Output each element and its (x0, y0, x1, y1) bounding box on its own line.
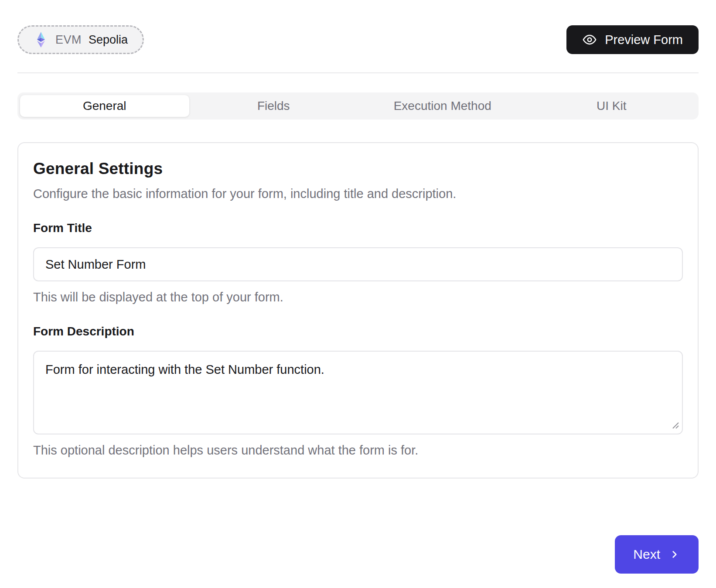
network-badge[interactable]: EVM Sepolia (17, 25, 144, 54)
form-title-input[interactable] (33, 247, 683, 281)
form-title-label: Form Title (33, 221, 683, 235)
divider (17, 72, 699, 73)
section-title: General Settings (33, 160, 683, 178)
preview-form-label: Preview Form (605, 33, 683, 47)
tab-fields[interactable]: Fields (189, 95, 358, 117)
top-bar: EVM Sepolia Preview Form (17, 25, 699, 54)
tab-general[interactable]: General (20, 95, 189, 117)
resize-handle-icon[interactable] (672, 421, 679, 429)
general-settings-card: General Settings Configure the basic inf… (17, 142, 699, 479)
form-description-helper: This optional description helps users un… (33, 443, 683, 458)
next-button-label: Next (633, 547, 660, 562)
form-description-textarea[interactable]: Form for interacting with the Set Number… (33, 351, 683, 434)
chevron-right-icon (669, 549, 680, 560)
next-button[interactable]: Next (615, 535, 699, 574)
footer: Next (17, 535, 699, 574)
form-builder-page: EVM Sepolia Preview Form General Fields … (0, 0, 716, 574)
ethereum-icon (34, 31, 48, 48)
network-label: Sepolia (89, 33, 128, 47)
form-title-helper: This will be displayed at the top of you… (33, 290, 683, 304)
chain-label: EVM (55, 33, 82, 47)
form-description-field: Form Description Form for interacting wi… (33, 325, 683, 458)
eye-icon (582, 32, 597, 47)
form-title-field: Form Title This will be displayed at the… (33, 221, 683, 304)
preview-form-button[interactable]: Preview Form (566, 25, 699, 54)
form-description-label: Form Description (33, 325, 683, 338)
tab-execution-method[interactable]: Execution Method (358, 95, 527, 117)
section-subtitle: Configure the basic information for your… (33, 187, 683, 201)
form-description-textarea-wrap: Form for interacting with the Set Number… (33, 351, 683, 434)
tab-ui-kit[interactable]: UI Kit (527, 95, 696, 117)
tab-bar: General Fields Execution Method UI Kit (17, 92, 699, 120)
